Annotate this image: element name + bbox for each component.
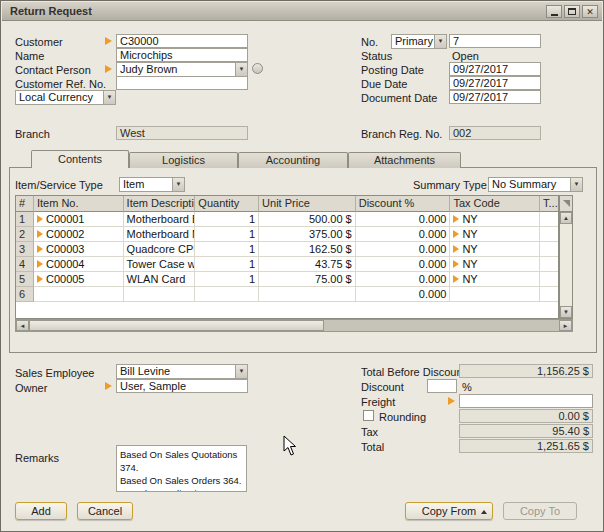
description-cell[interactable]: Quadcore CPU 3 <box>124 242 196 257</box>
tax-code-cell[interactable]: NY <box>450 257 540 272</box>
tax-code-cell[interactable]: NY <box>450 272 540 287</box>
link-arrow-icon[interactable] <box>37 245 43 253</box>
chevron-down-icon[interactable]: ▼ <box>172 178 184 191</box>
col-header-num[interactable]: # <box>16 196 34 212</box>
link-arrow-icon[interactable] <box>453 260 459 268</box>
tab-logistics[interactable]: Logistics <box>129 152 238 168</box>
link-arrow-icon[interactable] <box>105 382 112 390</box>
col-header-quantity[interactable]: Quantity <box>195 196 259 212</box>
col-header-tax-code[interactable]: Tax Code <box>450 196 540 212</box>
chevron-down-icon[interactable]: ▼ <box>235 365 247 378</box>
discount-cell[interactable]: 0.000 <box>356 212 451 227</box>
link-arrow-icon[interactable] <box>105 37 112 45</box>
chevron-down-icon[interactable]: ▼ <box>235 63 247 76</box>
link-arrow-icon[interactable] <box>453 230 459 238</box>
row-number-cell[interactable]: 4 <box>16 257 34 272</box>
unit-price-cell[interactable]: 43.75 $ <box>259 257 356 272</box>
unit-price-cell[interactable]: 162.50 $ <box>259 242 356 257</box>
quantity-cell[interactable]: 1 <box>195 272 259 287</box>
extra-cell[interactable] <box>540 257 558 272</box>
horizontal-scrollbar[interactable]: ◄ ► <box>15 319 573 332</box>
customer-ref-field[interactable] <box>116 76 248 90</box>
summary-type-select[interactable]: No Summary ▼ <box>488 177 583 192</box>
extra-cell[interactable] <box>540 272 558 287</box>
name-field[interactable]: Microchips <box>116 48 248 62</box>
copy-from-button[interactable]: Copy From <box>405 502 493 520</box>
scroll-right-button[interactable]: ► <box>559 320 572 331</box>
customer-field[interactable]: C30000 <box>116 34 248 48</box>
titlebar[interactable]: Return Request ✕ <box>2 2 602 21</box>
unit-price-cell[interactable] <box>259 287 356 302</box>
cancel-button[interactable]: Cancel <box>77 502 133 520</box>
discount-cell[interactable]: 0.000 <box>356 272 451 287</box>
link-arrow-icon[interactable] <box>37 260 43 268</box>
item-no-cell[interactable]: C00003 <box>34 242 124 257</box>
sales-employee-select[interactable]: Bill Levine ▼ <box>116 364 248 379</box>
row-number-cell[interactable]: 5 <box>16 272 34 287</box>
row-number-cell[interactable]: 1 <box>16 212 34 227</box>
col-header-t[interactable]: T... <box>540 196 558 212</box>
link-arrow-icon[interactable] <box>37 275 43 283</box>
extra-cell[interactable] <box>540 212 558 227</box>
quantity-cell[interactable]: 1 <box>195 212 259 227</box>
series-select[interactable]: Primary ▼ <box>391 34 447 49</box>
currency-select[interactable]: Local Currency ▼ <box>15 90 116 105</box>
description-cell[interactable] <box>124 287 196 302</box>
tax-code-cell[interactable]: NY <box>450 242 540 257</box>
tab-accounting[interactable]: Accounting <box>238 152 348 168</box>
row-number-cell[interactable]: 6 <box>16 287 34 302</box>
tax-code-cell[interactable]: NY <box>450 227 540 242</box>
extra-cell[interactable] <box>540 242 558 257</box>
link-arrow-icon[interactable] <box>453 215 459 223</box>
scroll-left-button[interactable]: ◄ <box>16 320 29 331</box>
chevron-down-icon[interactable]: ▼ <box>570 178 582 191</box>
discount-cell[interactable]: 0.000 <box>356 287 451 302</box>
item-no-cell[interactable]: C00005 <box>34 272 124 287</box>
contact-person-select[interactable]: Judy Brown ▼ <box>116 62 248 77</box>
extra-cell[interactable] <box>540 227 558 242</box>
item-no-cell[interactable] <box>34 287 124 302</box>
contact-detail-icon[interactable] <box>252 63 263 74</box>
quantity-cell[interactable] <box>195 287 259 302</box>
extra-cell[interactable] <box>540 287 558 302</box>
col-header-item-no[interactable]: Item No. <box>34 196 124 212</box>
freight-field[interactable] <box>459 394 593 408</box>
rounding-checkbox[interactable] <box>363 410 374 421</box>
tax-code-cell[interactable] <box>450 287 540 302</box>
vertical-scroll-track[interactable] <box>560 224 572 306</box>
due-date-field[interactable]: 09/27/2017 <box>449 76 541 90</box>
col-header-description[interactable]: Item Descripti... <box>124 196 196 212</box>
tax-code-cell[interactable]: NY <box>450 212 540 227</box>
vertical-scrollbar[interactable]: ▲ ▼ <box>559 195 573 319</box>
document-date-field[interactable]: 09/27/2017 <box>449 90 541 104</box>
link-arrow-icon[interactable] <box>37 215 43 223</box>
link-arrow-icon[interactable] <box>37 230 43 238</box>
unit-price-cell[interactable]: 375.00 $ <box>259 227 356 242</box>
link-arrow-icon[interactable] <box>105 65 112 73</box>
remarks-field[interactable]: Based On Sales Quotations 374. Based On … <box>116 445 247 492</box>
link-arrow-icon[interactable] <box>448 397 455 405</box>
minimize-button[interactable] <box>546 5 562 18</box>
tab-attachments[interactable]: Attachments <box>348 152 461 168</box>
grid-corner-icon[interactable] <box>560 196 572 212</box>
item-no-cell[interactable]: C00001 <box>34 212 124 227</box>
col-header-discount[interactable]: Discount % <box>356 196 451 212</box>
quantity-cell[interactable]: 1 <box>195 242 259 257</box>
discount-cell[interactable]: 0.000 <box>356 242 451 257</box>
row-number-cell[interactable]: 2 <box>16 227 34 242</box>
description-cell[interactable]: Motherboard Mic <box>124 227 196 242</box>
add-button[interactable]: Add <box>15 502 67 520</box>
owner-field[interactable]: User, Sample <box>116 379 248 393</box>
maximize-button[interactable] <box>564 5 580 18</box>
discount-cell[interactable]: 0.000 <box>356 227 451 242</box>
discount-percent-field[interactable] <box>427 379 457 393</box>
posting-date-field[interactable]: 09/27/2017 <box>449 62 541 76</box>
chevron-down-icon[interactable]: ▼ <box>434 35 446 48</box>
description-cell[interactable]: WLAN Card <box>124 272 196 287</box>
quantity-cell[interactable]: 1 <box>195 227 259 242</box>
description-cell[interactable]: Motherboard BT) <box>124 212 196 227</box>
unit-price-cell[interactable]: 75.00 $ <box>259 272 356 287</box>
description-cell[interactable]: Tower Case with <box>124 257 196 272</box>
row-number-cell[interactable]: 3 <box>16 242 34 257</box>
scroll-down-button[interactable]: ▼ <box>560 306 572 318</box>
